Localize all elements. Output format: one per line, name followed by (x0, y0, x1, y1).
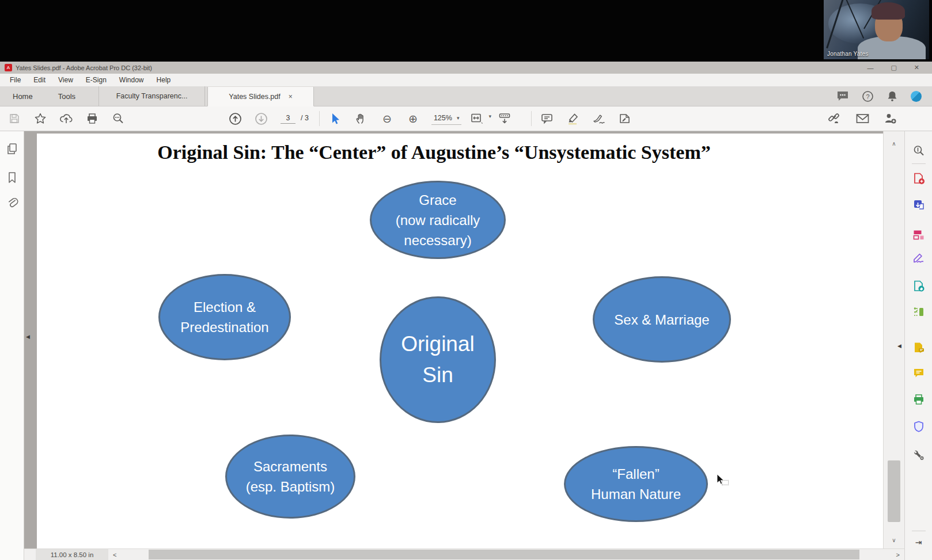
open-tools-panel-icon[interactable]: ⇥ (905, 538, 932, 547)
maximize-button[interactable]: ▢ (891, 64, 896, 71)
zoom-level-dropdown[interactable]: 125% ▾ (431, 113, 462, 125)
send-for-comments-icon[interactable] (912, 280, 925, 292)
collapse-right-panel-icon[interactable]: ◀ (897, 343, 901, 349)
request-signatures-icon[interactable] (912, 341, 925, 354)
menu-edit[interactable]: Edit (27, 76, 52, 84)
fit-width-icon[interactable] (469, 111, 484, 127)
hand-tool-icon[interactable] (354, 111, 369, 127)
statusbar: 11.00 x 8.50 in < > (24, 548, 904, 560)
bubble-original-sin: Original Sin (380, 296, 496, 423)
enhance-scans-icon[interactable] (912, 306, 925, 318)
bubble-fallen-line: Human Nature (591, 484, 681, 504)
email-icon[interactable] (855, 113, 870, 124)
toolbar: 3 / 3 ⊖ ⊕ 125% ▾ ▾ (0, 106, 932, 131)
share-with-others-icon[interactable] (884, 112, 897, 125)
acrobat-window: A Yates Slides.pdf - Adobe Acrobat Pro D… (0, 62, 932, 560)
scroll-right-icon[interactable]: > (892, 551, 904, 558)
tabbar: Home Tools Faculty Transparenc... Yates … (0, 86, 932, 106)
vertical-scroll-thumb[interactable] (888, 460, 900, 522)
acrobat-app-icon: A (5, 64, 12, 71)
webcam-video: Jonathan Yates (824, 0, 929, 59)
help-icon[interactable]: ? (862, 90, 874, 102)
more-tools-icon[interactable] (912, 448, 925, 461)
window-title: Yates Slides.pdf - Adobe Acrobat Pro DC … (16, 64, 152, 71)
highlighter-icon[interactable] (566, 111, 581, 127)
star-favorite-icon[interactable] (33, 111, 48, 127)
tab-close-icon[interactable]: × (289, 93, 293, 101)
webcam-person-cap (872, 2, 905, 20)
account-avatar[interactable] (911, 91, 922, 102)
create-pdf-icon[interactable] (912, 172, 925, 185)
print-icon[interactable] (85, 111, 100, 127)
sign-pen-icon[interactable] (592, 111, 607, 127)
tab-yates-slides[interactable]: Yates Slides.pdf × (207, 87, 314, 106)
export-pdf-icon[interactable] (912, 199, 925, 211)
page-number-input[interactable]: 3 (281, 114, 295, 124)
mouse-cursor (717, 474, 725, 486)
tab-tools[interactable]: Tools (46, 86, 88, 106)
bubble-fallen-line: “Fallen” (612, 464, 659, 484)
bubble-original-sin-line: Sin (422, 360, 453, 391)
select-tool-icon[interactable] (328, 111, 343, 127)
attachments-paperclip-icon[interactable] (5, 196, 19, 210)
menu-view[interactable]: View (52, 76, 79, 84)
scroll-left-icon[interactable]: < (108, 551, 121, 558)
webcam-name-label: Jonathan Yates (827, 51, 868, 57)
stamp-tool-icon[interactable] (617, 111, 632, 127)
scrolling-mode-icon[interactable] (497, 111, 512, 127)
horizontal-scrollbar[interactable] (121, 549, 891, 560)
titlebar: A Yates Slides.pdf - Adobe Acrobat Pro D… (0, 62, 932, 74)
bubble-sex-marriage-line: Sex & Marriage (614, 310, 709, 330)
svg-text:?: ? (866, 93, 869, 100)
notifications-bell-icon[interactable] (886, 90, 898, 102)
slide-title: Original Sin: The “Center” of Augustine’… (37, 142, 831, 163)
scroll-up-icon[interactable]: ∧ (884, 140, 904, 147)
comment-note-icon[interactable] (540, 111, 555, 127)
comment-icon[interactable] (912, 367, 925, 379)
page-size-label: 11.00 x 8.50 in (36, 549, 108, 560)
next-page-icon[interactable] (253, 111, 268, 127)
bubble-grace-line: necessary) (404, 230, 471, 250)
close-button[interactable]: ✕ (914, 64, 919, 71)
tab-faculty-transparency[interactable]: Faculty Transparenc... (98, 86, 205, 106)
print-production-icon[interactable] (912, 393, 925, 406)
fit-caret-icon[interactable]: ▾ (488, 113, 491, 119)
bubble-sex-marriage: Sex & Marriage (593, 276, 731, 363)
feedback-chat-icon[interactable] (836, 90, 849, 102)
workspace: ◀ Original Sin: The “Center” of Augustin… (0, 131, 932, 560)
bubble-grace-line: Grace (419, 190, 456, 210)
cursor-drag-box (722, 480, 729, 485)
organize-pages-icon[interactable] (912, 228, 925, 241)
previous-page-icon[interactable] (228, 111, 243, 127)
scroll-down-icon[interactable]: ∨ (884, 537, 904, 543)
bubble-fallen-human-nature: “Fallen” Human Nature (564, 446, 708, 522)
zoom-caret-icon: ▾ (457, 115, 460, 121)
menu-esign[interactable]: E-Sign (79, 76, 113, 84)
page-thumbnails-icon[interactable] (5, 142, 19, 156)
search-icon[interactable] (912, 144, 925, 157)
minimize-button[interactable]: — (867, 64, 873, 71)
zoom-level-value: 125% (434, 114, 452, 122)
screen: Jonathan Yates A Yates Slides.pdf - Adob… (0, 0, 932, 560)
bookmarks-icon[interactable] (5, 171, 19, 185)
menu-window[interactable]: Window (113, 76, 150, 84)
zoom-out-icon[interactable]: ⊖ (380, 111, 395, 127)
bubble-election-line: Predestination (180, 317, 268, 337)
zoom-in-icon[interactable]: ⊕ (406, 111, 420, 127)
bubble-election-line: Election & (194, 297, 256, 317)
fill-sign-icon[interactable] (912, 252, 925, 264)
tab-home[interactable]: Home (0, 86, 46, 106)
find-icon[interactable] (111, 111, 126, 127)
bubble-sacraments-line: Sacraments (253, 456, 327, 477)
protect-icon[interactable] (912, 420, 925, 433)
share-upload-cloud-icon[interactable] (59, 111, 74, 127)
bubble-sacraments-line: (esp. Baptism) (246, 477, 335, 497)
horizontal-scroll-thumb[interactable] (149, 550, 859, 559)
vertical-scrollbar[interactable]: ∧ ◀ ∨ (883, 131, 904, 548)
menu-file[interactable]: File (3, 76, 27, 84)
menu-help[interactable]: Help (150, 76, 177, 84)
save-icon[interactable] (7, 111, 22, 127)
share-link-icon[interactable] (827, 112, 842, 125)
bubble-grace-line: (now radically (396, 210, 480, 230)
collapse-left-panel-icon[interactable]: ◀ (26, 334, 30, 340)
